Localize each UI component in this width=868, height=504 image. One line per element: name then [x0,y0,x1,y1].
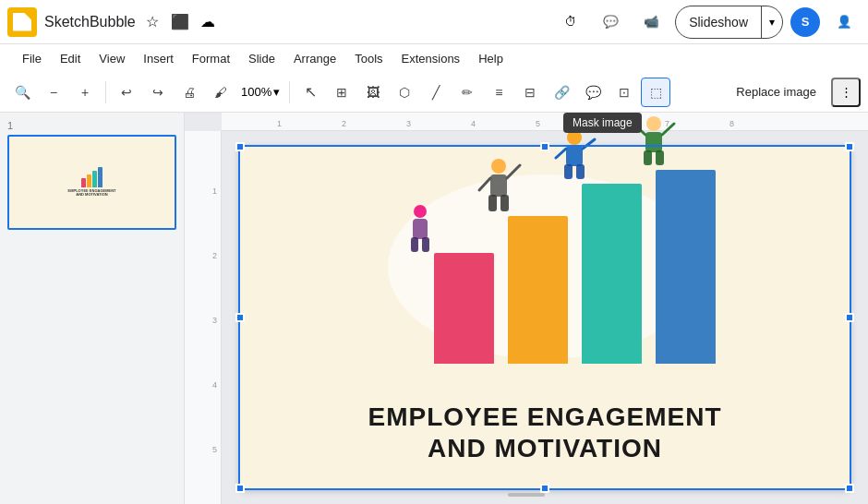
svg-line-14 [583,139,595,149]
ruler-tick-v-5: 5 [212,445,217,454]
replace-image-button[interactable]: Replace image [725,81,827,102]
handle-bottom-left[interactable] [235,484,245,493]
ruler-tick-h-8: 8 [729,119,734,128]
mask-tool[interactable]: ⬚ [641,78,670,107]
thumb-bars [81,167,102,187]
print-button[interactable]: 🖨 [175,78,204,107]
slideshow-arrow-icon[interactable]: ▾ [762,16,782,29]
ruler-tick-h-2: 2 [342,119,346,128]
image-insert-tool[interactable]: 🖼 [358,78,388,107]
svg-line-21 [633,124,645,135]
handle-middle-right[interactable] [845,313,854,322]
pencil-tool[interactable]: ✏ [452,78,482,107]
svg-rect-5 [490,174,507,197]
video-button[interactable]: 📹 [634,6,668,39]
slide-number-label: 1 [7,120,176,131]
svg-rect-19 [656,150,664,165]
sidebar: 1 EMPLOYEE ENGAGEMENTAND MOTIVATION [0,113,185,504]
menu-insert[interactable]: Insert [136,48,181,69]
link-tool[interactable]: 🔗 [547,78,576,107]
handle-bottom-middle[interactable] [540,484,549,493]
paint-format-button[interactable]: 🖌 [206,78,235,107]
crop-tool[interactable]: ⊡ [609,78,639,107]
svg-line-20 [662,124,674,135]
menu-arrange[interactable]: Arrange [286,48,344,69]
redo-button[interactable]: ↪ [143,78,173,107]
topbar: SketchBubble ☆ ⬛ ☁ ⏱ 💬 📹 Slideshow ▾ S 👤 [0,0,868,44]
slide-main-title: EMPLOYEE ENGAGEMENT AND MOTIVATION [368,402,721,463]
figure-2 [476,158,522,218]
shape-tool[interactable]: ⬡ [390,78,419,107]
zoom-plus-button[interactable]: + [70,78,100,107]
zoom-fit-button[interactable]: 🔍 [7,78,37,107]
menubar: File Edit View Insert Format Slide Arran… [0,44,868,72]
svg-rect-1 [413,219,428,239]
menu-extensions[interactable]: Extensions [394,48,468,69]
bar-yellow [508,216,568,364]
slide-thumbnail[interactable]: EMPLOYEE ENGAGEMENTAND MOTIVATION [7,135,176,230]
title-icons: ☆ ⬛ ☁ [141,11,219,33]
ruler-tick-v-2: 2 [212,251,217,260]
ruler-tick-h-3: 3 [406,119,411,128]
menu-edit[interactable]: Edit [53,48,88,69]
handle-top-left[interactable] [235,142,245,151]
handle-top-middle[interactable] [540,142,549,151]
scroll-indicator [508,493,545,497]
figure-4 [628,116,679,172]
svg-rect-18 [644,150,652,165]
slideshow-button[interactable]: Slideshow ▾ [675,6,783,39]
svg-rect-12 [564,164,573,179]
svg-line-15 [556,149,566,158]
ruler-tick-h-4: 4 [471,119,476,128]
zoom-selector[interactable]: 100% ▾ [237,85,283,99]
account-icon[interactable]: 👤 [827,6,861,39]
cursor-tool[interactable]: ↖ [295,78,325,107]
svg-point-16 [646,116,661,131]
svg-rect-13 [576,164,585,179]
image-crop-tool[interactable]: ⊞ [327,78,356,107]
main-area: 1 EMPLOYEE ENGAGEMENTAND MOTIVATION 1 2 … [0,113,868,504]
toolbar-right: Replace image ⋮ [725,78,861,107]
slide-canvas: EMPLOYEE ENGAGEMENT AND MOTIVATION [222,131,868,504]
comment-tool[interactable]: 💬 [578,78,608,107]
ruler-tick-v-4: 4 [212,380,217,390]
menu-slide[interactable]: Slide [241,48,283,69]
handle-bottom-right[interactable] [845,484,854,493]
svg-line-8 [507,165,520,178]
comment-button[interactable]: 💬 [594,6,627,39]
slide-frame[interactable]: EMPLOYEE ENGAGEMENT AND MOTIVATION [240,147,850,488]
zoom-arrow-icon: ▾ [273,85,280,99]
svg-rect-11 [566,146,583,166]
zoom-minus-button[interactable]: − [39,78,68,107]
thumb-title: EMPLOYEE ENGAGEMENTAND MOTIVATION [67,189,115,198]
more-options-button[interactable]: ⋮ [831,78,861,107]
svg-point-0 [414,205,427,218]
figure-3 [554,130,600,186]
menu-format[interactable]: Format [185,48,237,69]
text-align-tool[interactable]: ≡ [484,78,513,107]
undo-button[interactable]: ↩ [112,78,141,107]
svg-rect-3 [422,237,429,252]
svg-rect-17 [645,132,662,152]
figure-1 [402,204,439,255]
cloud-icon[interactable]: ☁ [197,11,219,33]
menu-file[interactable]: File [15,48,49,69]
ruler-tick-v-3: 3 [212,316,217,325]
svg-rect-7 [500,195,509,211]
history-button[interactable]: ⏱ [553,6,586,39]
handle-top-right[interactable] [845,142,854,151]
avatar: S [790,7,820,37]
ruler-tick-v-1: 1 [212,186,217,196]
menu-help[interactable]: Help [471,48,511,69]
toolbar: 🔍 − + ↩ ↪ 🖨 🖌 100% ▾ ↖ ⊞ 🖼 ⬡ ╱ ✏ ≡ ⊟ 🔗 💬… [0,72,868,113]
svg-rect-2 [411,237,418,252]
handle-middle-left[interactable] [235,313,245,322]
folder-icon[interactable]: ⬛ [169,11,191,33]
canvas-area: 1 2 3 4 5 6 7 8 1 2 3 4 5 [185,113,868,504]
line-tool[interactable]: ╱ [421,78,451,107]
columns-tool[interactable]: ⊟ [515,78,545,107]
menu-tools[interactable]: Tools [347,48,390,69]
slide-title-area: EMPLOYEE ENGAGEMENT AND MOTIVATION [240,378,850,488]
menu-view[interactable]: View [91,48,132,69]
star-icon[interactable]: ☆ [141,11,163,33]
